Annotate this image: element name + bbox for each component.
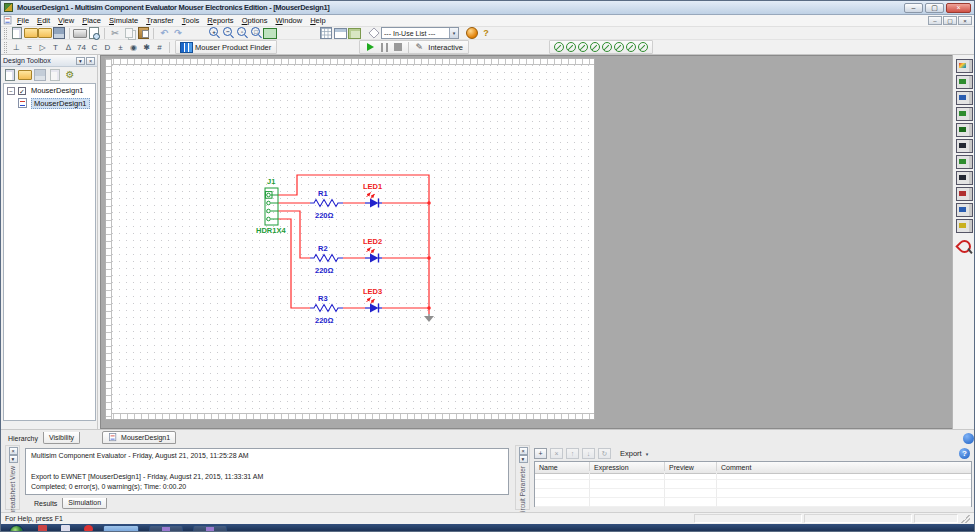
move-up-icon[interactable]: ↑ xyxy=(566,448,579,459)
place-indicator-icon[interactable]: ◉ xyxy=(127,41,140,54)
menu-item-help[interactable]: Help xyxy=(306,16,329,25)
component-wizard-icon[interactable] xyxy=(465,27,479,40)
voltage-reference-probe-icon[interactable] xyxy=(613,41,625,54)
wattmeter-icon[interactable] xyxy=(956,91,974,105)
zoom-area-icon[interactable]: ▫ xyxy=(235,27,249,40)
toolbar-drag-handle[interactable] xyxy=(4,42,7,53)
zoom-in-icon[interactable]: + xyxy=(207,27,221,40)
menu-item-place[interactable]: Place xyxy=(78,16,105,25)
taskbar-icon[interactable] xyxy=(84,525,93,532)
paste-icon[interactable] xyxy=(136,27,150,40)
place-transistor-icon[interactable]: T xyxy=(49,41,62,54)
place-basic-icon[interactable]: ≈ xyxy=(23,41,36,54)
tab-simulation[interactable]: Simulation xyxy=(62,498,107,509)
connector-type-label[interactable]: HDR1X4 xyxy=(256,226,286,235)
update-parameter-icon[interactable]: ↻ xyxy=(598,448,611,459)
logic-analyzer-icon[interactable] xyxy=(956,187,974,201)
mouser-product-finder-button[interactable]: Mouser Product Finder xyxy=(175,40,277,54)
mdi-close-button[interactable]: × xyxy=(958,16,972,25)
tab-results[interactable]: Results xyxy=(29,498,62,509)
breadboard-view-icon[interactable] xyxy=(347,27,361,40)
start-orb[interactable] xyxy=(9,525,24,532)
svg-text:LED3[interactable]: LED3 xyxy=(363,287,382,296)
menu-item-file[interactable]: File xyxy=(13,16,33,25)
wires[interactable] xyxy=(278,175,429,314)
print-icon[interactable] xyxy=(73,27,87,40)
ground-arrow[interactable] xyxy=(424,314,434,322)
svg-text:R3[interactable]: R3 xyxy=(318,294,328,303)
menu-item-simulate[interactable]: Simulate xyxy=(105,16,142,25)
svg-text:220Ω[interactable]: 220Ω xyxy=(315,316,334,325)
word-generator-icon[interactable] xyxy=(956,171,974,185)
led-led1[interactable]: LED1 xyxy=(363,182,382,208)
differential-voltage-probe-icon[interactable] xyxy=(589,41,601,54)
options-icon[interactable]: ⚙ xyxy=(63,68,77,81)
pane-close-icon[interactable]: × xyxy=(9,447,18,455)
iv-analyzer-icon[interactable] xyxy=(956,219,974,233)
redo-icon[interactable]: ↷ xyxy=(171,27,185,40)
place-source-icon[interactable]: ⊥ xyxy=(10,41,23,54)
restore-button[interactable]: ▢ xyxy=(925,3,944,13)
cut-icon[interactable]: ✂ xyxy=(108,27,122,40)
pause-simulation-button[interactable] xyxy=(377,41,391,54)
delete-parameter-icon[interactable]: × xyxy=(550,448,563,459)
pane-close-icon[interactable]: × xyxy=(86,57,95,65)
save-design-icon[interactable] xyxy=(33,68,47,81)
place-analog-icon[interactable]: ∆ xyxy=(62,41,75,54)
logic-converter-icon[interactable] xyxy=(956,203,974,217)
toolbar-drag-handle[interactable] xyxy=(4,28,7,39)
resistor-r2[interactable]: R2 220Ω xyxy=(310,244,343,275)
voltage-current-probe-icon[interactable] xyxy=(601,41,613,54)
menu-item-options[interactable]: Options xyxy=(238,16,272,25)
document-tab-mouserdesign1[interactable]: MouserDesign1 xyxy=(102,431,176,444)
menu-item-view[interactable]: View xyxy=(54,16,78,25)
four-channel-oscilloscope-icon[interactable] xyxy=(956,123,974,137)
menu-item-edit[interactable]: Edit xyxy=(33,16,54,25)
tab-visibility[interactable]: Visibility xyxy=(43,432,80,444)
digital-probe-icon[interactable] xyxy=(625,41,637,54)
place-mixed-icon[interactable]: ± xyxy=(114,41,127,54)
function-generator-icon[interactable] xyxy=(956,75,974,89)
minimize-button[interactable]: – xyxy=(904,3,923,13)
svg-text:R2[interactable]: R2 xyxy=(318,244,328,253)
menu-item-window[interactable]: Window xyxy=(271,16,306,25)
tree-row-child[interactable]: MouserDesign1 xyxy=(4,97,95,110)
bode-plotter-icon[interactable] xyxy=(956,139,974,153)
resistor-r3[interactable]: R3 220Ω xyxy=(310,294,343,325)
probe-settings-icon[interactable] xyxy=(637,41,649,54)
power-probe-icon[interactable] xyxy=(577,41,589,54)
spreadsheet-view-icon[interactable] xyxy=(333,27,347,40)
tree-row-root[interactable]: − ✓ MouserDesign1 xyxy=(4,84,95,97)
interactive-button[interactable]: ✎ Interactive xyxy=(412,41,465,54)
export-button[interactable]: Export ▾ xyxy=(618,449,648,458)
mdi-minimize-button[interactable]: – xyxy=(928,16,942,25)
place-diode-icon[interactable]: ▷ xyxy=(36,41,49,54)
new-design-icon[interactable] xyxy=(3,68,17,81)
menu-item-tools[interactable]: Tools xyxy=(178,16,204,25)
multimeter-icon[interactable] xyxy=(956,59,974,73)
tree-child-label[interactable]: MouserDesign1 xyxy=(31,98,90,109)
taskbar-button[interactable] xyxy=(149,525,183,532)
show-grid-icon[interactable] xyxy=(319,27,333,40)
led-led3[interactable]: LED3 xyxy=(363,287,382,313)
print-preview-icon[interactable] xyxy=(87,27,101,40)
new-icon[interactable] xyxy=(10,27,24,40)
svg-text:220Ω[interactable]: 220Ω xyxy=(315,211,334,220)
help-key-icon[interactable]: ? xyxy=(479,27,493,40)
svg-text:LED1[interactable]: LED1 xyxy=(363,182,382,191)
stop-simulation-button[interactable] xyxy=(391,41,405,54)
place-misc-digital-icon[interactable]: D xyxy=(101,41,114,54)
open-design-icon[interactable] xyxy=(18,68,32,81)
pane-expand-icon[interactable]: ▾ xyxy=(519,455,528,463)
close-button[interactable]: × xyxy=(946,3,971,13)
tree-expander-icon[interactable]: − xyxy=(7,87,15,95)
save-icon[interactable] xyxy=(52,27,66,40)
place-cmos-icon[interactable]: C xyxy=(88,41,101,54)
menu-item-reports[interactable]: Reports xyxy=(203,16,237,25)
pane-close-icon[interactable]: × xyxy=(519,447,528,455)
zoom-out-icon[interactable]: − xyxy=(221,27,235,40)
open-sample-icon[interactable] xyxy=(38,27,52,40)
chevron-down-icon[interactable]: ▾ xyxy=(449,28,458,38)
voltage-probe-icon[interactable] xyxy=(553,41,565,54)
taskbar-button[interactable] xyxy=(193,525,227,532)
